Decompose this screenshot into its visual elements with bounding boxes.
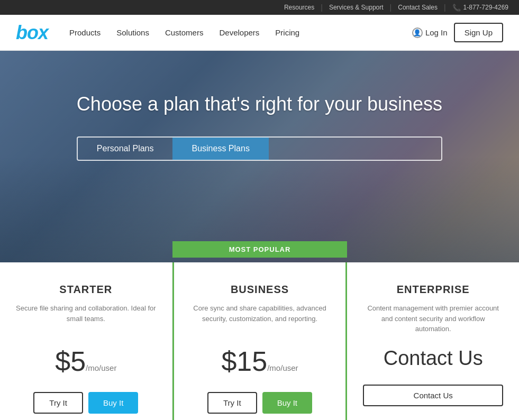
top-bar-resources[interactable]: Resources <box>278 4 321 11</box>
top-bar: Resources | Services & Support | Contact… <box>0 0 519 15</box>
contact-us-button[interactable]: Contact Us <box>363 385 503 406</box>
tab-business-plans[interactable]: Business Plans <box>172 138 268 160</box>
price-amount-business: $15 <box>221 346 267 377</box>
nav-products[interactable]: Products <box>69 28 101 37</box>
nav-pricing[interactable]: Pricing <box>275 28 299 37</box>
plan-desc-business: Core sync and share capabilities, advanc… <box>190 303 330 333</box>
plan-desc-starter: Secure file sharing and collaboration. I… <box>16 303 156 333</box>
plan-buttons-enterprise: Contact Us <box>363 385 503 406</box>
phone-number: 1-877-729-4269 <box>463 4 508 11</box>
plan-price-business: $15/mo/user <box>190 345 330 377</box>
most-popular-banner: MOST POPULAR <box>172 241 348 258</box>
try-it-business[interactable]: Try It <box>207 392 257 414</box>
top-bar-services[interactable]: Services & Support <box>323 4 390 11</box>
pricing-card-business: MOST POPULAR BUSINESS Core sync and shar… <box>172 262 348 420</box>
hero-title: Choose a plan that's right for your busi… <box>77 93 442 115</box>
plan-price-enterprise: Contact Us <box>363 347 503 370</box>
plan-buttons-business: Try It Buy It <box>190 392 330 414</box>
login-label: Log In <box>425 28 448 37</box>
price-unit-starter: /mo/user <box>86 363 116 372</box>
nav-developers[interactable]: Developers <box>219 28 259 37</box>
plan-price-starter: $5/mo/user <box>16 345 156 377</box>
logo[interactable]: box <box>16 22 48 44</box>
pricing-section: STARTER Secure file sharing and collabor… <box>0 262 519 420</box>
try-it-starter[interactable]: Try It <box>33 392 83 414</box>
signup-button[interactable]: Sign Up <box>454 23 503 42</box>
top-bar-phone: 📞 1-877-729-4269 <box>446 4 508 12</box>
top-bar-contact-sales[interactable]: Contact Sales <box>391 4 444 11</box>
plan-name-starter: STARTER <box>16 284 156 296</box>
plan-name-enterprise: ENTERPRISE <box>363 284 503 296</box>
plan-buttons-starter: Try It Buy It <box>16 392 156 414</box>
buy-it-business[interactable]: Buy It <box>262 392 312 414</box>
price-unit-business: /mo/user <box>267 363 298 372</box>
nav-solutions[interactable]: Solutions <box>116 28 149 37</box>
phone-icon: 📞 <box>452 4 461 12</box>
plan-name-business: BUSINESS <box>190 284 330 296</box>
nav-customers[interactable]: Customers <box>165 28 204 37</box>
plan-desc-enterprise: Content management with premier account … <box>363 303 503 334</box>
hero-content: Choose a plan that's right for your busi… <box>77 93 442 161</box>
tab-personal-plans[interactable]: Personal Plans <box>78 138 173 160</box>
hero-section: Choose a plan that's right for your busi… <box>0 51 519 262</box>
main-nav: box Products Solutions Customers Develop… <box>0 15 519 51</box>
buy-it-starter[interactable]: Buy It <box>88 392 138 414</box>
price-amount-starter: $5 <box>55 346 86 377</box>
login-link[interactable]: 👤 Log In <box>412 28 448 38</box>
user-icon: 👤 <box>412 28 423 38</box>
nav-actions: 👤 Log In Sign Up <box>412 23 503 42</box>
pricing-card-enterprise: ENTERPRISE Content management with premi… <box>347 262 519 420</box>
plan-tabs: Personal Plans Business Plans <box>77 136 442 161</box>
nav-links: Products Solutions Customers Developers … <box>69 28 412 37</box>
pricing-card-starter: STARTER Secure file sharing and collabor… <box>0 262 172 420</box>
